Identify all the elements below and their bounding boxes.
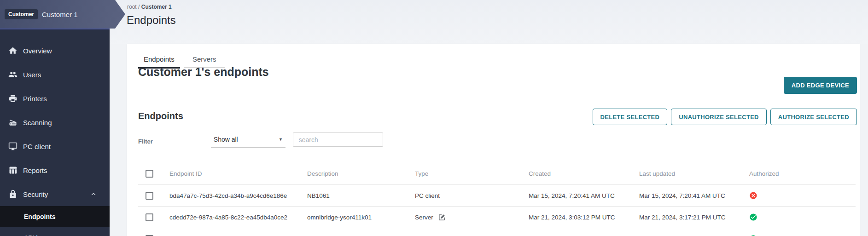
- filter-select[interactable]: Show all ▼: [211, 132, 285, 148]
- endpoint-id-cell: cdedd72e-987a-4a85-8c22-ea45db4a0ce2: [169, 214, 307, 221]
- filter-row: Filter Show all ▼: [138, 132, 383, 148]
- column-header-type: Type: [415, 170, 529, 177]
- row-checkbox[interactable]: [146, 213, 153, 221]
- breadcrumb-current: Customer 1: [141, 4, 172, 10]
- sidebar-item-pc-client[interactable]: PC client: [0, 134, 110, 158]
- monitor-icon: [8, 142, 17, 151]
- select-all-checkbox[interactable]: [146, 170, 153, 178]
- delete-selected-button[interactable]: DELETE SELECTED: [593, 109, 668, 125]
- content-card: Endpoints Servers Customer 1's endpoints…: [127, 44, 860, 236]
- sidebar-item-scanning[interactable]: Scanning: [0, 110, 110, 134]
- table-row: cdedd72e-987a-4a85-8c22-ea45db4a0ce2 omn…: [138, 207, 856, 228]
- table-header-row: Endpoint ID Description Type Created Las…: [138, 162, 856, 185]
- caret-down-icon: ▼: [279, 137, 283, 142]
- sidebar-item-reports[interactable]: Reports: [0, 158, 110, 182]
- reports-icon: [8, 166, 17, 175]
- description-cell: NB1061: [307, 192, 415, 199]
- header-strip: root / Customer 1 Endpoints: [0, 0, 868, 44]
- sidebar-nav: Overview Users Printers Scanning PC clie…: [0, 39, 110, 236]
- last-updated-cell: Mar 15, 2024, 7:20:41 AM UTC: [639, 192, 749, 199]
- column-header-last-updated: Last updated: [639, 170, 749, 177]
- created-cell: Mar 21, 2024, 3:03:12 PM UTC: [529, 214, 639, 221]
- type-cell: Server: [415, 213, 529, 221]
- scanner-icon: [8, 118, 17, 127]
- last-updated-cell: Mar 21, 2024, 3:17:21 PM UTC: [639, 214, 749, 221]
- printer-icon: [8, 94, 17, 103]
- sidebar-item-label: PC client: [23, 143, 51, 150]
- customer-name: Customer 1: [42, 11, 78, 18]
- column-header-created: Created: [529, 170, 639, 177]
- sidebar-item-label: Security: [23, 190, 48, 198]
- sidebar-item-users[interactable]: Users: [0, 63, 110, 86]
- sidebar-item-label: Printers: [23, 95, 47, 103]
- filter-label: Filter: [138, 138, 153, 145]
- authorized-icon: [749, 213, 757, 221]
- sidebar-subitem-label: Endpoints: [24, 213, 55, 220]
- lock-icon: [8, 190, 17, 199]
- row-checkbox[interactable]: [146, 192, 153, 200]
- description-cell: omnibridge-ysor411k01: [307, 214, 415, 221]
- sidebar-subitem-label: API keys: [24, 234, 49, 236]
- section-title: Endpoints: [138, 111, 183, 121]
- unauthorized-icon: [749, 191, 757, 200]
- endpoint-id-cell: bda47a7c-75d3-42cd-a34b-a9c4cd6e186e: [169, 192, 307, 199]
- type-cell: PC client: [415, 192, 529, 199]
- breadcrumb: root / Customer 1: [127, 4, 172, 10]
- users-icon: [8, 70, 17, 79]
- breadcrumb-separator: /: [138, 4, 140, 10]
- filter-select-value: Show all: [214, 136, 238, 143]
- edit-icon[interactable]: [438, 213, 446, 221]
- created-cell: Mar 15, 2024, 7:20:41 AM UTC: [529, 192, 639, 199]
- unauthorize-selected-button[interactable]: UNAUTHORIZE SELECTED: [671, 109, 767, 125]
- home-icon: [8, 46, 17, 55]
- customer-type-badge: Customer: [5, 9, 38, 19]
- card-heading: Customer 1's endpoints: [138, 65, 269, 79]
- authorize-selected-button[interactable]: AUTHORIZE SELECTED: [770, 109, 857, 125]
- sidebar-item-label: Users: [23, 71, 41, 79]
- sidebar-item-printers[interactable]: Printers: [0, 86, 110, 110]
- column-header-authorized: Authorized: [749, 170, 856, 177]
- table-row: bda47a7c-75d3-42cd-a34b-a9c4cd6e186e NB1…: [138, 185, 856, 207]
- brand-divider: [0, 29, 110, 29]
- search-input[interactable]: [293, 132, 383, 147]
- sidebar: Customer Customer 1 Overview Users Print…: [0, 0, 110, 236]
- brand-banner: Customer Customer 1: [0, 0, 125, 29]
- sidebar-item-label: Overview: [23, 47, 52, 55]
- add-edge-device-button[interactable]: ADD EDGE DEVICE: [784, 77, 857, 94]
- endpoints-table: Endpoint ID Description Type Created Las…: [138, 162, 856, 236]
- sidebar-item-label: Scanning: [23, 119, 52, 127]
- sidebar-subitem-endpoints[interactable]: Endpoints: [0, 206, 110, 227]
- sidebar-item-label: Reports: [23, 167, 47, 174]
- table-row: [138, 228, 856, 236]
- sidebar-item-overview[interactable]: Overview: [0, 39, 110, 63]
- breadcrumb-root-link[interactable]: root: [127, 4, 137, 10]
- sidebar-subitem-api-keys[interactable]: API keys: [0, 227, 110, 236]
- column-header-description: Description: [307, 170, 415, 177]
- sidebar-item-security[interactable]: Security: [0, 182, 110, 206]
- page-title: Endpoints: [127, 14, 176, 27]
- column-header-endpoint-id: Endpoint ID: [169, 170, 307, 177]
- bulk-actions: DELETE SELECTED UNAUTHORIZE SELECTED AUT…: [593, 109, 857, 125]
- chevron-up-icon: [89, 190, 98, 198]
